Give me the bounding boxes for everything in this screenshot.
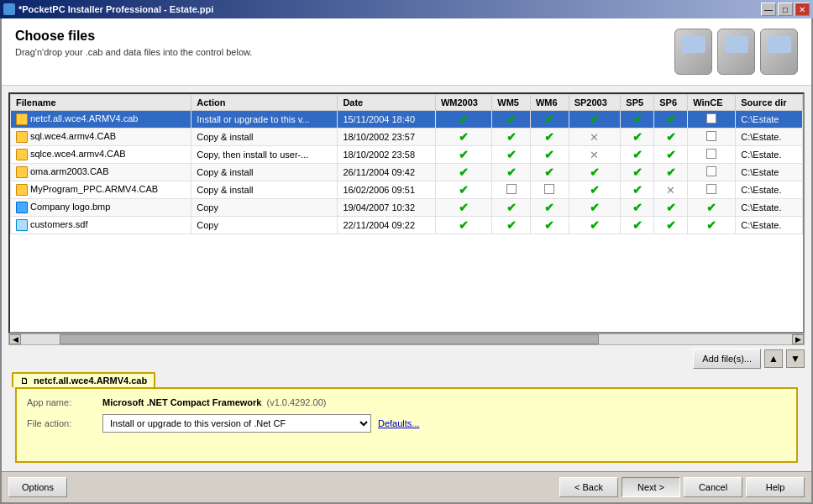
details-tab-icon: 🗋: [20, 376, 29, 386]
cell-wm6: ✔: [530, 111, 569, 129]
check-box[interactable]: [706, 184, 716, 194]
col-sp6: SP6: [654, 95, 688, 111]
check-box[interactable]: [506, 184, 517, 194]
move-up-button[interactable]: ▲: [764, 349, 783, 368]
table-row[interactable]: customers.sdf Copy 22/11/2004 09:22 ✔ ✔ …: [11, 217, 803, 234]
header-text: Choose files Drag'n'drop your .cab and d…: [15, 29, 252, 57]
table-row[interactable]: sql.wce4.armv4.CAB Copy & install 18/10/…: [11, 129, 803, 146]
cell-sp2003: ✔: [569, 217, 621, 234]
cell-wm6: ✔: [530, 164, 569, 181]
cell-wm6: [530, 181, 569, 199]
cell-sp5: ✔: [621, 217, 654, 234]
help-button[interactable]: Help: [746, 477, 805, 497]
close-button[interactable]: ✕: [795, 3, 810, 16]
cell-source: C:\Estate.: [736, 146, 803, 164]
cell-action: Copy: [191, 199, 338, 217]
defaults-link[interactable]: Defaults...: [378, 418, 420, 428]
scroll-thumb[interactable]: [60, 334, 600, 344]
cell-wm6: ✔: [530, 199, 569, 217]
file-icon: [16, 113, 28, 125]
check-mark: ✔: [666, 201, 676, 214]
next-button[interactable]: Next >: [622, 477, 680, 497]
cell-wm2003: ✔: [435, 146, 491, 164]
check-box[interactable]: [706, 131, 716, 141]
cell-wince: [688, 146, 736, 164]
check-mark: ✔: [544, 165, 554, 179]
check-mark: ✔: [632, 113, 643, 126]
cell-sp6: ✔: [654, 146, 688, 164]
app-name-label: App name:: [27, 397, 102, 407]
table-row[interactable]: netcf.all.wce4.ARMV4.cab Install or upgr…: [11, 111, 803, 129]
minimize-button[interactable]: —: [761, 3, 776, 16]
check-box[interactable]: [544, 184, 554, 194]
check-mark: ✔: [632, 201, 643, 214]
cell-date: 22/11/2004 09:22: [338, 217, 436, 234]
check-mark: ✔: [632, 165, 643, 179]
col-date: Date: [338, 95, 436, 111]
cell-filename: netcf.all.wce4.ARMV4.cab: [11, 111, 191, 129]
scroll-track[interactable]: [21, 334, 792, 344]
check-mark: ✔: [590, 165, 600, 179]
app-version: (v1.0.4292.00): [266, 397, 326, 407]
window-title: *PocketPC Installer Professional - Estat…: [18, 4, 213, 14]
cell-sp2003: ✔: [569, 164, 621, 181]
file-action-select[interactable]: Install or upgrade to this version of .N…: [102, 414, 371, 433]
check-mark: ✔: [544, 130, 554, 144]
cell-filename: sqlce.wce4.armv4.CAB: [11, 146, 191, 164]
add-files-button[interactable]: Add file(s)...: [693, 349, 761, 369]
main-window: Choose files Drag'n'drop your .cab and d…: [0, 18, 813, 504]
table-row[interactable]: MyProgram_PPC.ARMV4.CAB Copy & install 1…: [11, 181, 803, 199]
cell-wm2003: ✔: [435, 217, 491, 234]
page-subtitle: Drag'n'drop your .cab and data files int…: [15, 47, 252, 57]
details-tab-row: 🗋 netcf.all.wce4.ARMV4.cab: [8, 372, 805, 387]
col-source: Source dir: [736, 95, 803, 111]
back-button[interactable]: < Back: [559, 477, 618, 497]
col-filename: Filename: [11, 95, 191, 111]
files-table-container[interactable]: Filename Action Date WM2003 WM5 WM6 SP20…: [8, 92, 805, 333]
cell-wm6: ✔: [530, 129, 569, 146]
cell-wm5: ✔: [492, 164, 531, 181]
cell-wm6: ✔: [530, 146, 569, 164]
check-mark: ✔: [459, 148, 469, 161]
check-mark: ✔: [544, 218, 554, 232]
file-action-row: File action: Install or upgrade to this …: [27, 414, 786, 433]
check-mark: ✔: [666, 165, 676, 179]
cell-sp6: ✔: [654, 199, 688, 217]
cell-wince: [688, 181, 736, 199]
horizontal-scrollbar[interactable]: ◀ ▶: [8, 333, 805, 345]
cell-sp6: ✔: [654, 129, 688, 146]
check-mark: ✔: [590, 183, 600, 197]
cancel-button[interactable]: Cancel: [684, 477, 742, 497]
table-row[interactable]: Company logo.bmp Copy 19/04/2007 10:32 ✔…: [11, 199, 803, 217]
check-box[interactable]: [706, 149, 716, 159]
cell-action: Copy, then install to user-...: [191, 146, 338, 164]
check-box[interactable]: [706, 113, 716, 123]
cell-wm2003: ✔: [435, 164, 491, 181]
cell-wm5: ✔: [492, 129, 531, 146]
cell-sp6: ✔: [654, 217, 688, 234]
file-icon: [16, 149, 28, 160]
scroll-right-button[interactable]: ▶: [792, 334, 804, 344]
col-sp2003: SP2003: [569, 95, 621, 111]
footer-left: Options: [8, 477, 67, 497]
footer-right: < Back Next > Cancel Help: [559, 477, 805, 497]
options-button[interactable]: Options: [8, 477, 67, 497]
cell-date: 19/04/2007 10:32: [338, 199, 436, 217]
check-mark: ✔: [632, 183, 643, 197]
scroll-left-button[interactable]: ◀: [9, 334, 21, 344]
maximize-button[interactable]: □: [778, 3, 793, 16]
table-body: netcf.all.wce4.ARMV4.cab Install or upgr…: [11, 111, 803, 234]
check-box[interactable]: [706, 166, 716, 176]
table-header-row: Filename Action Date WM2003 WM5 WM6 SP20…: [11, 95, 803, 111]
cell-source: C:\Estate.: [736, 199, 803, 217]
device-image-1: [674, 29, 712, 75]
cell-sp2003: ✔: [569, 199, 621, 217]
table-row[interactable]: oma.arm2003.CAB Copy & install 26/11/200…: [11, 164, 803, 181]
details-tab[interactable]: 🗋 netcf.all.wce4.ARMV4.cab: [12, 372, 155, 387]
check-mark: ✔: [666, 113, 676, 126]
check-mark: ✔: [590, 113, 600, 126]
cell-sp2003: ✔: [569, 111, 621, 129]
titlebar: *PocketPC Installer Professional - Estat…: [0, 0, 813, 18]
move-down-button[interactable]: ▼: [786, 349, 805, 368]
table-row[interactable]: sqlce.wce4.armv4.CAB Copy, then install …: [11, 146, 803, 164]
